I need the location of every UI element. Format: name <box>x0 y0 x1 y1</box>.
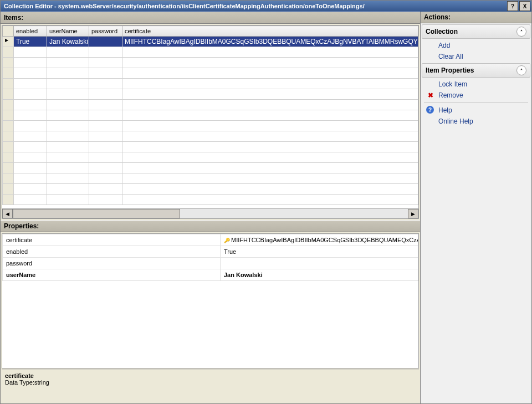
prop-row-username[interactable]: userName Jan Kowalski <box>3 269 418 281</box>
description-text: Data Type:string <box>5 379 416 386</box>
prop-value[interactable]: True <box>221 246 418 258</box>
help-button[interactable]: ? <box>507 1 518 11</box>
table-row-empty[interactable] <box>3 47 418 58</box>
description-title: certificate <box>5 372 416 379</box>
scroll-thumb[interactable] <box>13 209 180 218</box>
table-row[interactable]: True Jan Kowalski MIIFHTCCBIagAwIBAgIDBI… <box>3 37 418 47</box>
action-remove[interactable]: ✖ Remove <box>423 90 529 101</box>
chevron-up-icon[interactable]: ˄ <box>516 65 526 75</box>
titlebar: Collection Editor - system.webServer/sec… <box>1 1 531 12</box>
action-online-help[interactable]: Online Help <box>423 116 529 127</box>
group-collection[interactable]: Collection ˄ <box>422 24 530 39</box>
prop-row-certificate[interactable]: certificate 🔑MIIFHTCCBIagAwIBAgIDBIIbMA0… <box>3 234 418 246</box>
action-clear-all-label: Clear All <box>438 53 463 60</box>
property-description: certificate Data Type:string <box>2 370 419 402</box>
cell-username[interactable]: Jan Kowalski <box>47 37 89 47</box>
main-column: Items: enabled userName password certifi… <box>1 12 421 403</box>
table-row-empty[interactable] <box>3 110 418 121</box>
table-row-empty[interactable] <box>3 184 418 195</box>
scroll-left-arrow[interactable]: ◀ <box>2 209 13 218</box>
scroll-right-arrow[interactable]: ▶ <box>408 209 418 218</box>
actions-header: Actions: <box>421 12 531 23</box>
action-lock-item-label: Lock Item <box>438 80 467 88</box>
prop-label: enabled <box>3 246 221 258</box>
prop-label: certificate <box>6 237 32 243</box>
titlebar-buttons: ? X <box>507 1 531 11</box>
action-help[interactable]: ? Help <box>423 105 529 116</box>
body: Items: enabled userName password certifi… <box>1 12 531 403</box>
remove-icon: ✖ <box>426 91 435 100</box>
table-row-empty[interactable] <box>3 195 418 205</box>
separator <box>424 103 528 103</box>
properties-table: certificate 🔑MIIFHTCCBIagAwIBAgIDBIIbMA0… <box>2 234 418 281</box>
horizontal-scrollbar[interactable]: ◀ ▶ <box>2 208 418 218</box>
table-row-empty[interactable] <box>3 79 418 89</box>
table-row-empty[interactable] <box>3 131 418 142</box>
prop-value[interactable]: Jan Kowalski <box>221 269 418 281</box>
prop-value[interactable] <box>221 258 418 269</box>
col-certificate[interactable]: certificate <box>122 26 418 37</box>
col-rowheader[interactable] <box>3 26 14 37</box>
help-icon: ? <box>426 106 434 114</box>
table-row-empty[interactable] <box>3 121 418 131</box>
prop-label: password <box>3 258 221 269</box>
col-username[interactable]: userName <box>47 26 89 37</box>
items-table: enabled userName password certificate Tr… <box>2 25 418 205</box>
items-header: Items: <box>1 12 420 24</box>
table-header-row: enabled userName password certificate <box>3 26 418 37</box>
action-add[interactable]: Add <box>423 40 529 51</box>
row-indicator <box>3 37 14 47</box>
cell-enabled[interactable]: True <box>14 37 47 47</box>
items-panel: enabled userName password certificate Tr… <box>2 25 419 219</box>
prop-label: userName <box>3 269 221 281</box>
chevron-up-icon[interactable]: ˄ <box>516 27 526 37</box>
action-help-label: Help <box>438 106 452 114</box>
window-title: Collection Editor - system.webServer/sec… <box>4 3 507 9</box>
table-row-empty[interactable] <box>3 163 418 173</box>
cell-password[interactable] <box>89 37 122 47</box>
group-item-properties[interactable]: Item Properties ˄ <box>422 63 530 78</box>
table-row-empty[interactable] <box>3 58 418 68</box>
properties-panel: certificate 🔑MIIFHTCCBIagAwIBAgIDBIIbMA0… <box>2 233 419 369</box>
actions-pane: Actions: Collection ˄ Add Clear All Item… <box>421 12 531 403</box>
col-password[interactable]: password <box>89 26 122 37</box>
key-icon: 🔑 <box>224 238 230 243</box>
action-lock-item[interactable]: Lock Item <box>423 79 529 90</box>
table-row-empty[interactable] <box>3 100 418 110</box>
table-row-empty[interactable] <box>3 89 418 100</box>
table-row-empty[interactable] <box>3 142 418 152</box>
action-online-help-label: Online Help <box>438 117 473 125</box>
action-add-label: Add <box>438 42 450 49</box>
property-grid[interactable]: certificate 🔑MIIFHTCCBIagAwIBAgIDBIIbMA0… <box>2 234 418 368</box>
table-row-empty[interactable] <box>3 173 418 184</box>
prop-row-password[interactable]: password <box>3 258 418 269</box>
scroll-track[interactable] <box>13 209 408 218</box>
window-root: Collection Editor - system.webServer/sec… <box>0 0 532 404</box>
action-clear-all[interactable]: Clear All <box>423 51 529 62</box>
items-table-wrap[interactable]: enabled userName password certificate Tr… <box>2 25 418 208</box>
group-item-properties-label: Item Properties <box>426 67 474 74</box>
prop-row-enabled[interactable]: enabled True <box>3 246 418 258</box>
table-row-empty[interactable] <box>3 152 418 163</box>
table-row-empty[interactable] <box>3 68 418 79</box>
action-remove-label: Remove <box>438 91 463 99</box>
properties-header: Properties: <box>1 220 420 232</box>
close-button[interactable]: X <box>519 1 530 11</box>
cell-certificate[interactable]: MIIFHTCCBIagAwIBAgIDBIIbMA0GCSqGSIb3DQEB… <box>122 37 418 47</box>
group-collection-label: Collection <box>426 28 458 35</box>
prop-value[interactable]: MIIFHTCCBIagAwIBAgIDBIIbMA0GCSqGSIb3DQEB… <box>231 237 418 243</box>
col-enabled[interactable]: enabled <box>14 26 47 37</box>
